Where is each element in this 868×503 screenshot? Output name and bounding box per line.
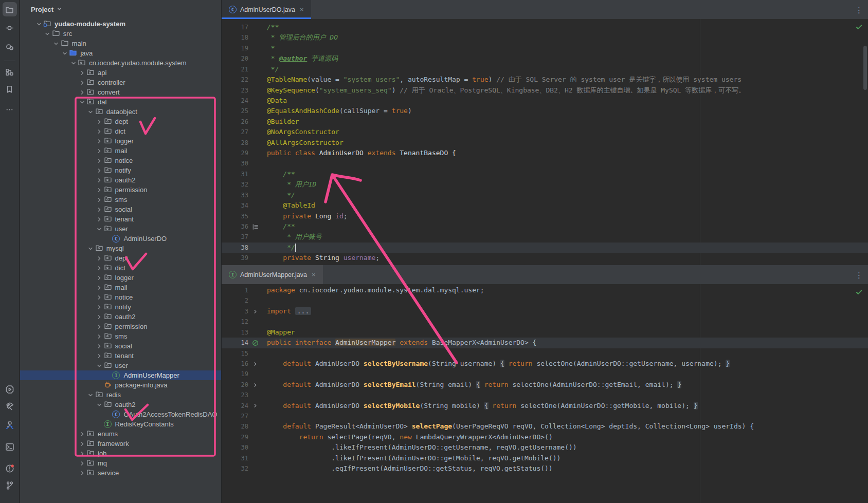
- fold-icon[interactable]: [248, 359, 262, 369]
- tree-item-framework[interactable]: framework: [20, 439, 221, 449]
- chevron-right-icon[interactable]: [78, 431, 86, 437]
- tree-item-mail[interactable]: mail: [20, 146, 221, 156]
- line-number[interactable]: 29: [222, 148, 248, 158]
- line-number[interactable]: 35: [222, 211, 248, 221]
- doc-render-icon[interactable]: [248, 221, 262, 232]
- chevron-right-icon[interactable]: [95, 148, 104, 154]
- tree-item-dataobject[interactable]: dataobject: [20, 107, 221, 117]
- code-line-30[interactable]: 30 .likeIfPresent(AdminUserDO::getUserna…: [222, 442, 868, 453]
- line-number[interactable]: 19: [222, 43, 248, 53]
- chevron-down-icon[interactable]: [78, 99, 86, 105]
- chevron-down-icon[interactable]: [86, 392, 95, 398]
- version-control-tool-icon[interactable]: [3, 478, 17, 493]
- project-panel-header[interactable]: Project: [20, 0, 221, 18]
- build-tool-icon[interactable]: [3, 399, 17, 414]
- chevron-right-icon[interactable]: [95, 333, 104, 340]
- tree-item-dept[interactable]: dept: [20, 253, 221, 263]
- tree-item-dict[interactable]: dict: [20, 126, 221, 136]
- tree-item-permission[interactable]: permission: [20, 322, 221, 331]
- tree-item-controller[interactable]: controller: [20, 78, 221, 87]
- line-number[interactable]: 32: [222, 463, 248, 474]
- chevron-right-icon[interactable]: [95, 167, 104, 174]
- chevron-right-icon[interactable]: [95, 324, 104, 330]
- chevron-right-icon[interactable]: [78, 441, 86, 447]
- line-number[interactable]: 37: [222, 232, 248, 242]
- tree-item-adminuserdo[interactable]: CAdminUserDO: [20, 234, 221, 244]
- tree-item-oauth2[interactable]: oauth2: [20, 312, 221, 322]
- code-line-22[interactable]: 22@TableName(value = "system_users", aut…: [222, 74, 868, 85]
- line-number[interactable]: 24: [222, 401, 248, 411]
- tree-item-user[interactable]: user: [20, 224, 221, 234]
- tab-adminusermapper[interactable]: I AdminUserMapper.java ×: [222, 265, 323, 284]
- tree-item-cn-iocoder-yudao-module-system[interactable]: cn.iocoder.yudao.module.system: [20, 58, 221, 68]
- bottom-editor[interactable]: 1package cn.iocoder.yudao.module.system.…: [222, 284, 868, 503]
- tree-item-user[interactable]: user: [20, 361, 221, 370]
- inspections-ok-icon[interactable]: [855, 288, 863, 297]
- line-number[interactable]: 29: [222, 432, 248, 442]
- line-number[interactable]: 27: [222, 411, 248, 421]
- copilot-icon[interactable]: [3, 40, 17, 54]
- line-number[interactable]: 23: [222, 85, 248, 96]
- tree-item-job[interactable]: job: [20, 449, 221, 458]
- code-line-29[interactable]: 29 return selectPage(reqVO, new LambdaQu…: [222, 432, 868, 442]
- top-editor[interactable]: 17/**18 * 管理后台的用户 DO19 *20 * @author 芋道源…: [222, 19, 868, 265]
- code-line-30[interactable]: 30: [222, 158, 868, 169]
- code-line-20[interactable]: 20 default AdminUserDO selectByEmail(Str…: [222, 380, 868, 390]
- code-line-2[interactable]: 2: [222, 295, 868, 306]
- chevron-right-icon[interactable]: [78, 70, 86, 76]
- line-number[interactable]: 28: [222, 138, 248, 148]
- line-number[interactable]: 32: [222, 179, 248, 190]
- code-line-31[interactable]: 31 /**: [222, 169, 868, 179]
- code-line-19[interactable]: 19 *: [222, 43, 868, 53]
- chevron-right-icon[interactable]: [95, 294, 104, 301]
- tree-item-permission[interactable]: permission: [20, 185, 221, 195]
- tree-item-enums[interactable]: enums: [20, 429, 221, 439]
- chevron-right-icon[interactable]: [95, 158, 104, 164]
- code-line-23[interactable]: 23: [222, 390, 868, 400]
- chevron-down-icon[interactable]: [52, 41, 61, 47]
- scrollbar-thumb[interactable]: [863, 46, 867, 90]
- line-number[interactable]: 36: [222, 221, 248, 232]
- line-number[interactable]: 24: [222, 96, 248, 106]
- code-line-23[interactable]: 23@KeySequence("system_users_seq") // 用于…: [222, 85, 868, 96]
- line-number[interactable]: 34: [222, 200, 248, 211]
- code-line-36[interactable]: 36 /**: [222, 221, 868, 232]
- bookmarks-tool-icon[interactable]: [3, 82, 17, 96]
- tree-item-mail[interactable]: mail: [20, 283, 221, 292]
- line-number[interactable]: 12: [222, 316, 248, 327]
- chevron-right-icon[interactable]: [95, 353, 104, 359]
- line-number[interactable]: 28: [222, 421, 248, 432]
- code-line-35[interactable]: 35 private Long id;: [222, 211, 868, 221]
- line-number[interactable]: 13: [222, 327, 248, 338]
- code-line-39[interactable]: 39 private String username;: [222, 253, 868, 263]
- tree-item-main[interactable]: main: [20, 39, 221, 48]
- code-line-26[interactable]: 26@Builder: [222, 117, 868, 127]
- mapper-icon[interactable]: [248, 338, 262, 348]
- tree-item-oauth2[interactable]: oauth2: [20, 175, 221, 185]
- line-number[interactable]: 22: [222, 74, 248, 85]
- code-line-28[interactable]: 28 default PageResult<AdminUserDO> selec…: [222, 421, 868, 432]
- tree-item-mysql[interactable]: mysql: [20, 244, 221, 253]
- chevron-down-icon[interactable]: [86, 246, 95, 252]
- code-line-1[interactable]: 1package cn.iocoder.yudao.module.system.…: [222, 285, 868, 295]
- chevron-right-icon[interactable]: [95, 216, 104, 222]
- line-number[interactable]: 2: [222, 295, 248, 306]
- editor-options-kebab-icon[interactable]: ⋮: [855, 273, 863, 276]
- chevron-right-icon[interactable]: [95, 285, 104, 291]
- fold-icon[interactable]: [248, 401, 262, 411]
- tree-item-adminusermapper[interactable]: IAdminUserMapper: [20, 370, 221, 380]
- code-line-24[interactable]: 24@Data: [222, 96, 868, 106]
- code-line-34[interactable]: 34 @TableId: [222, 200, 868, 211]
- tree-item-package-info-java[interactable]: package-info.java: [20, 380, 221, 390]
- line-number[interactable]: 21: [222, 64, 248, 74]
- chevron-right-icon[interactable]: [95, 255, 104, 262]
- chevron-down-icon[interactable]: [43, 31, 52, 37]
- terminal-tool-icon[interactable]: [3, 440, 17, 454]
- chevron-down-icon[interactable]: [86, 109, 95, 115]
- tree-item-convert[interactable]: convert: [20, 87, 221, 97]
- inspections-ok-icon[interactable]: [855, 23, 863, 32]
- chevron-down-icon[interactable]: [34, 21, 43, 27]
- tree-item-social[interactable]: social: [20, 204, 221, 214]
- tree-item-tenant[interactable]: tenant: [20, 351, 221, 361]
- tree-item-service[interactable]: service: [20, 468, 221, 478]
